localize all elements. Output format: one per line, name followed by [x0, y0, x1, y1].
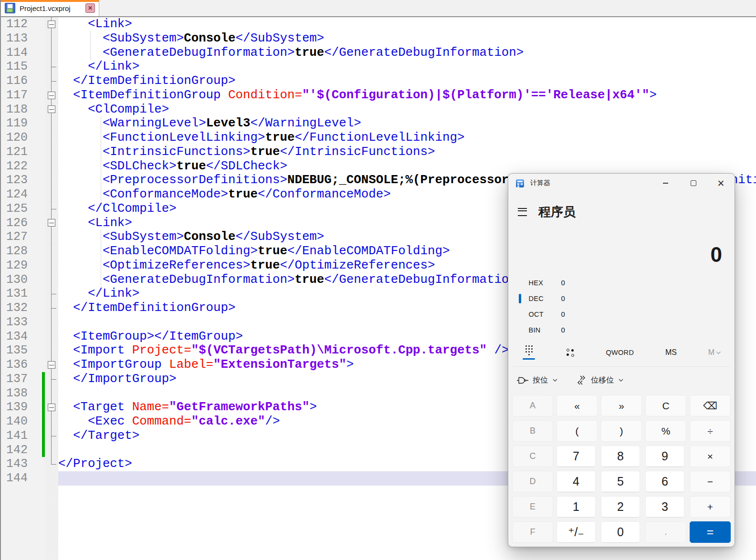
fold-margin	[45, 429, 58, 443]
logic-gate-icon	[517, 376, 528, 384]
indent-guide	[101, 230, 101, 287]
key-5[interactable]: 5	[601, 471, 640, 492]
code-line-112[interactable]: 112 <Link>	[1, 17, 756, 31]
fold-end-tick	[51, 308, 56, 309]
key-divide[interactable]: ÷	[690, 420, 731, 442]
calc-toolbar: QWORD MS M	[523, 342, 721, 363]
maximize-button[interactable]	[682, 174, 704, 193]
change-marker	[40, 429, 45, 443]
radix-row-dec[interactable]: DEC0	[512, 290, 731, 306]
key-multiply[interactable]: ×	[690, 446, 731, 467]
fold-margin	[45, 330, 58, 344]
code-text[interactable]: <IntrinsicFunctions>true</IntrinsicFunct…	[58, 145, 756, 159]
key-close-paren[interactable]: )	[601, 420, 642, 442]
line-number: 114	[1, 46, 40, 60]
code-line-113[interactable]: 113 <SubSystem>Console</SubSystem>	[1, 31, 756, 46]
key-4[interactable]: 4	[556, 471, 596, 492]
code-line-118[interactable]: 118 <ClCompile>	[1, 103, 756, 117]
fold-margin	[45, 60, 58, 74]
code-line-114[interactable]: 114 <GenerateDebugInformation>true</Gene…	[1, 46, 756, 60]
key-lsh[interactable]: «	[556, 395, 598, 416]
key-0[interactable]: 0	[601, 521, 640, 543]
code-text[interactable]: <Link>	[58, 17, 756, 31]
key-3[interactable]: 3	[645, 496, 684, 518]
line-number: 126	[1, 216, 40, 230]
key-2[interactable]: 2	[601, 496, 640, 518]
line-number: 141	[1, 429, 40, 443]
key-clear[interactable]: C	[645, 395, 686, 416]
code-line-117[interactable]: 117 <ItemDefinitionGroup Condition="'$(C…	[1, 88, 756, 103]
fold-margin	[45, 17, 58, 31]
bitwise-dropdown[interactable]: 按位	[517, 375, 558, 385]
key-backspace[interactable]: ⌫	[690, 395, 731, 416]
minimize-button[interactable]	[655, 174, 676, 193]
code-line-120[interactable]: 120 <FunctionLevelLinking>true</Function…	[1, 131, 756, 145]
code-text[interactable]: </ItemDefinitionGroup>	[58, 74, 756, 88]
key-rsh[interactable]: »	[601, 395, 642, 416]
tab-close-icon[interactable]: ✕	[85, 3, 95, 13]
line-number: 115	[1, 60, 40, 74]
radix-row-bin[interactable]: BIN0	[512, 322, 731, 338]
code-text[interactable]: </Link>	[58, 60, 756, 74]
code-line-116[interactable]: 116 </ItemDefinitionGroup>	[1, 74, 756, 88]
fold-toggle-icon[interactable]	[48, 219, 55, 227]
fold-toggle-icon[interactable]	[48, 105, 55, 113]
code-line-119[interactable]: 119 <WarningLevel>Level3</WarningLevel>	[1, 116, 756, 131]
close-button[interactable]: ✕	[710, 174, 732, 193]
key-negate[interactable]: ⁺/₋	[556, 521, 596, 543]
change-marker	[40, 173, 45, 187]
bit-toggle-keypad-button[interactable]	[567, 349, 575, 357]
code-text[interactable]: <ItemDefinitionGroup Condition="'$(Confi…	[58, 88, 756, 103]
line-number: 133	[1, 315, 40, 330]
change-marker	[40, 287, 45, 301]
fold-toggle-icon[interactable]	[48, 404, 55, 411]
change-marker	[40, 74, 45, 88]
tab-bar: Project1.vcxproj ✕	[0, 0, 756, 17]
key-minus[interactable]: −	[690, 471, 731, 492]
fold-margin	[45, 443, 58, 457]
change-marker	[40, 386, 45, 401]
code-text[interactable]: <FunctionLevelLinking>true</FunctionLeve…	[58, 131, 756, 145]
bit-shift-dropdown[interactable]: 位移位	[576, 375, 624, 385]
code-line-122[interactable]: 122 <SDLCheck>true</SDLCheck>	[1, 159, 756, 174]
radix-row-hex[interactable]: HEX0	[512, 275, 731, 290]
tab-project1-vcxproj[interactable]: Project1.vcxproj ✕	[1, 0, 99, 16]
key-6[interactable]: 6	[645, 471, 684, 492]
key-hex-c: C	[512, 446, 553, 467]
line-number: 118	[1, 103, 40, 117]
fold-margin	[45, 358, 58, 372]
code-text[interactable]: <SubSystem>Console</SubSystem>	[58, 31, 756, 46]
fold-toggle-icon[interactable]	[48, 21, 55, 28]
fold-margin	[45, 372, 58, 386]
calc-header: 程序员	[518, 202, 576, 221]
change-marker	[40, 457, 45, 471]
key-1[interactable]: 1	[556, 496, 596, 518]
fold-margin	[45, 415, 58, 429]
full-keypad-button[interactable]	[523, 345, 535, 360]
change-marker	[40, 244, 45, 259]
code-line-121[interactable]: 121 <IntrinsicFunctions>true</IntrinsicF…	[1, 145, 756, 159]
chevron-down-icon	[618, 378, 624, 382]
key-open-paren[interactable]: (	[556, 420, 598, 442]
key-7[interactable]: 7	[556, 446, 596, 467]
code-text[interactable]: <WarningLevel>Level3</WarningLevel>	[58, 116, 756, 131]
radix-row-oct[interactable]: OCT0	[512, 306, 731, 322]
key-plus[interactable]: +	[690, 496, 731, 518]
key-percent[interactable]: %	[645, 420, 686, 442]
code-text[interactable]: <GenerateDebugInformation>true</Generate…	[58, 46, 756, 60]
key-hex-b: B	[512, 420, 553, 442]
hamburger-menu-button[interactable]	[518, 208, 527, 216]
fold-toggle-icon[interactable]	[48, 92, 55, 99]
key-equals[interactable]: =	[690, 521, 731, 543]
key-9[interactable]: 9	[645, 446, 684, 467]
fold-toggle-icon[interactable]	[48, 361, 55, 369]
word-size-button[interactable]: QWORD	[606, 349, 634, 356]
key-8[interactable]: 8	[601, 446, 640, 467]
code-line-115[interactable]: 115 </Link>	[1, 60, 756, 74]
change-marker	[40, 273, 45, 287]
change-marker	[40, 116, 45, 131]
change-marker	[40, 31, 45, 46]
memory-store-button[interactable]: MS	[665, 348, 677, 357]
code-text[interactable]: <SDLCheck>true</SDLCheck>	[58, 159, 756, 174]
code-text[interactable]: <ClCompile>	[58, 103, 756, 117]
